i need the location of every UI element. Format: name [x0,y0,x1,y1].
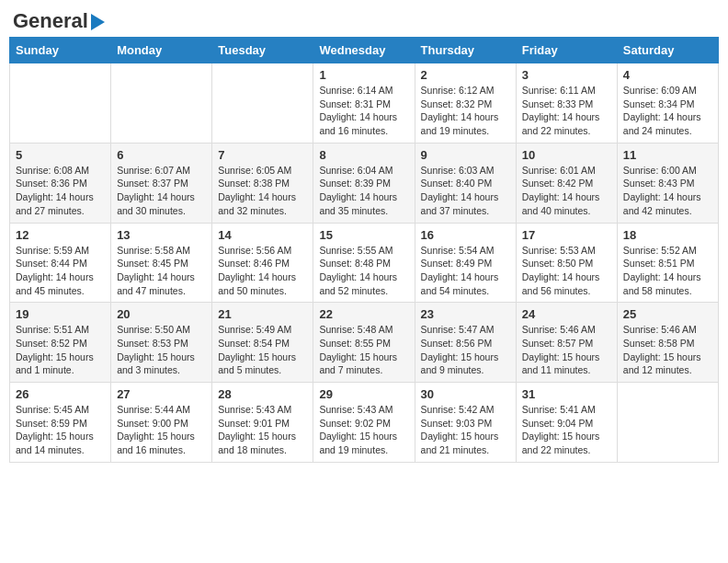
calendar-cell [10,63,111,144]
day-number: 11 [623,148,712,162]
calendar-cell: 5Sunrise: 6:08 AMSunset: 8:36 PMDaylight… [10,143,111,223]
day-number: 21 [218,307,307,321]
calendar-cell: 8Sunrise: 6:04 AMSunset: 8:39 PMDaylight… [313,143,415,223]
cell-content: Sunrise: 6:00 AMSunset: 8:43 PMDaylight:… [623,164,712,218]
calendar-cell: 4Sunrise: 6:09 AMSunset: 8:34 PMDaylight… [617,63,718,144]
day-number: 8 [319,148,408,162]
calendar-cell [617,383,718,463]
calendar-week-row: 19Sunrise: 5:51 AMSunset: 8:52 PMDayligh… [10,303,719,383]
day-of-week-header: Saturday [617,38,718,63]
cell-content: Sunrise: 6:04 AMSunset: 8:39 PMDaylight:… [319,164,408,218]
cell-content: Sunrise: 5:50 AMSunset: 8:53 PMDaylight:… [117,323,206,377]
day-number: 9 [421,148,510,162]
calendar-cell: 20Sunrise: 5:50 AMSunset: 8:53 PMDayligh… [111,303,212,383]
day-of-week-header: Tuesday [212,38,313,63]
cell-content: Sunrise: 5:41 AMSunset: 9:04 PMDaylight:… [522,403,611,457]
calendar-table: SundayMondayTuesdayWednesdayThursdayFrid… [9,37,719,463]
cell-content: Sunrise: 6:07 AMSunset: 8:37 PMDaylight:… [117,164,206,218]
day-number: 2 [421,68,510,82]
calendar-cell: 26Sunrise: 5:45 AMSunset: 8:59 PMDayligh… [10,383,111,463]
cell-content: Sunrise: 5:51 AMSunset: 8:52 PMDaylight:… [16,323,105,377]
calendar-cell: 2Sunrise: 6:12 AMSunset: 8:32 PMDaylight… [415,63,516,144]
calendar-cell: 10Sunrise: 6:01 AMSunset: 8:42 PMDayligh… [516,143,617,223]
calendar-cell: 24Sunrise: 5:46 AMSunset: 8:57 PMDayligh… [516,303,617,383]
cell-content: Sunrise: 6:08 AMSunset: 8:36 PMDaylight:… [16,164,105,218]
day-number: 19 [16,307,105,321]
calendar-cell: 13Sunrise: 5:58 AMSunset: 8:45 PMDayligh… [111,223,212,303]
logo: General [13,9,105,29]
calendar-cell: 15Sunrise: 5:55 AMSunset: 8:48 PMDayligh… [313,223,415,303]
cell-content: Sunrise: 5:49 AMSunset: 8:54 PMDaylight:… [218,323,307,377]
cell-content: Sunrise: 6:03 AMSunset: 8:40 PMDaylight:… [421,164,510,218]
calendar-cell: 23Sunrise: 5:47 AMSunset: 8:56 PMDayligh… [415,303,516,383]
calendar-week-row: 26Sunrise: 5:45 AMSunset: 8:59 PMDayligh… [10,383,719,463]
calendar-cell: 30Sunrise: 5:42 AMSunset: 9:03 PMDayligh… [415,383,516,463]
cell-content: Sunrise: 5:42 AMSunset: 9:03 PMDaylight:… [421,403,510,457]
calendar-cell: 22Sunrise: 5:48 AMSunset: 8:55 PMDayligh… [313,303,415,383]
logo-arrow-icon [91,14,105,30]
day-number: 30 [421,387,510,401]
calendar-week-row: 5Sunrise: 6:08 AMSunset: 8:36 PMDaylight… [10,143,719,223]
day-number: 25 [623,307,712,321]
calendar-cell: 29Sunrise: 5:43 AMSunset: 9:02 PMDayligh… [313,383,415,463]
calendar-cell: 28Sunrise: 5:43 AMSunset: 9:01 PMDayligh… [212,383,313,463]
calendar-week-row: 1Sunrise: 6:14 AMSunset: 8:31 PMDaylight… [10,63,719,144]
day-number: 18 [623,228,712,242]
calendar-cell: 9Sunrise: 6:03 AMSunset: 8:40 PMDaylight… [415,143,516,223]
day-number: 12 [16,228,105,242]
cell-content: Sunrise: 5:46 AMSunset: 8:58 PMDaylight:… [623,323,712,377]
calendar-cell: 31Sunrise: 5:41 AMSunset: 9:04 PMDayligh… [516,383,617,463]
day-number: 4 [623,68,712,82]
cell-content: Sunrise: 5:55 AMSunset: 8:48 PMDaylight:… [319,244,408,298]
day-of-week-header: Wednesday [313,38,415,63]
cell-content: Sunrise: 5:46 AMSunset: 8:57 PMDaylight:… [522,323,611,377]
cell-content: Sunrise: 5:45 AMSunset: 8:59 PMDaylight:… [16,403,105,457]
page-header: General [9,9,719,29]
calendar-cell [212,63,313,144]
day-number: 16 [421,228,510,242]
day-number: 17 [522,228,611,242]
cell-content: Sunrise: 6:01 AMSunset: 8:42 PMDaylight:… [522,164,611,218]
cell-content: Sunrise: 5:58 AMSunset: 8:45 PMDaylight:… [117,244,206,298]
day-number: 28 [218,387,307,401]
cell-content: Sunrise: 5:43 AMSunset: 9:01 PMDaylight:… [218,403,307,457]
day-number: 31 [522,387,611,401]
calendar-cell: 12Sunrise: 5:59 AMSunset: 8:44 PMDayligh… [10,223,111,303]
cell-content: Sunrise: 6:05 AMSunset: 8:38 PMDaylight:… [218,164,307,218]
day-of-week-header: Monday [111,38,212,63]
cell-content: Sunrise: 5:47 AMSunset: 8:56 PMDaylight:… [421,323,510,377]
cell-content: Sunrise: 5:59 AMSunset: 8:44 PMDaylight:… [16,244,105,298]
cell-content: Sunrise: 5:56 AMSunset: 8:46 PMDaylight:… [218,244,307,298]
calendar-header-row: SundayMondayTuesdayWednesdayThursdayFrid… [10,38,719,63]
calendar-cell [111,63,212,144]
day-number: 20 [117,307,206,321]
calendar-cell: 27Sunrise: 5:44 AMSunset: 9:00 PMDayligh… [111,383,212,463]
day-number: 14 [218,228,307,242]
day-of-week-header: Thursday [415,38,516,63]
cell-content: Sunrise: 5:48 AMSunset: 8:55 PMDaylight:… [319,323,408,377]
day-of-week-header: Sunday [10,38,111,63]
day-number: 5 [16,148,105,162]
day-number: 13 [117,228,206,242]
day-number: 27 [117,387,206,401]
cell-content: Sunrise: 5:52 AMSunset: 8:51 PMDaylight:… [623,244,712,298]
calendar-cell: 16Sunrise: 5:54 AMSunset: 8:49 PMDayligh… [415,223,516,303]
cell-content: Sunrise: 6:11 AMSunset: 8:33 PMDaylight:… [522,84,611,138]
calendar-cell: 21Sunrise: 5:49 AMSunset: 8:54 PMDayligh… [212,303,313,383]
day-number: 1 [319,68,408,82]
cell-content: Sunrise: 5:53 AMSunset: 8:50 PMDaylight:… [522,244,611,298]
cell-content: Sunrise: 5:54 AMSunset: 8:49 PMDaylight:… [421,244,510,298]
cell-content: Sunrise: 5:44 AMSunset: 9:00 PMDaylight:… [117,403,206,457]
calendar-cell: 11Sunrise: 6:00 AMSunset: 8:43 PMDayligh… [617,143,718,223]
calendar-cell: 6Sunrise: 6:07 AMSunset: 8:37 PMDaylight… [111,143,212,223]
day-number: 23 [421,307,510,321]
calendar-cell: 7Sunrise: 6:05 AMSunset: 8:38 PMDaylight… [212,143,313,223]
day-number: 3 [522,68,611,82]
calendar-cell: 17Sunrise: 5:53 AMSunset: 8:50 PMDayligh… [516,223,617,303]
calendar-cell: 14Sunrise: 5:56 AMSunset: 8:46 PMDayligh… [212,223,313,303]
calendar-cell: 25Sunrise: 5:46 AMSunset: 8:58 PMDayligh… [617,303,718,383]
day-number: 22 [319,307,408,321]
day-number: 7 [218,148,307,162]
cell-content: Sunrise: 6:12 AMSunset: 8:32 PMDaylight:… [421,84,510,138]
logo-general-text: General [13,9,88,33]
